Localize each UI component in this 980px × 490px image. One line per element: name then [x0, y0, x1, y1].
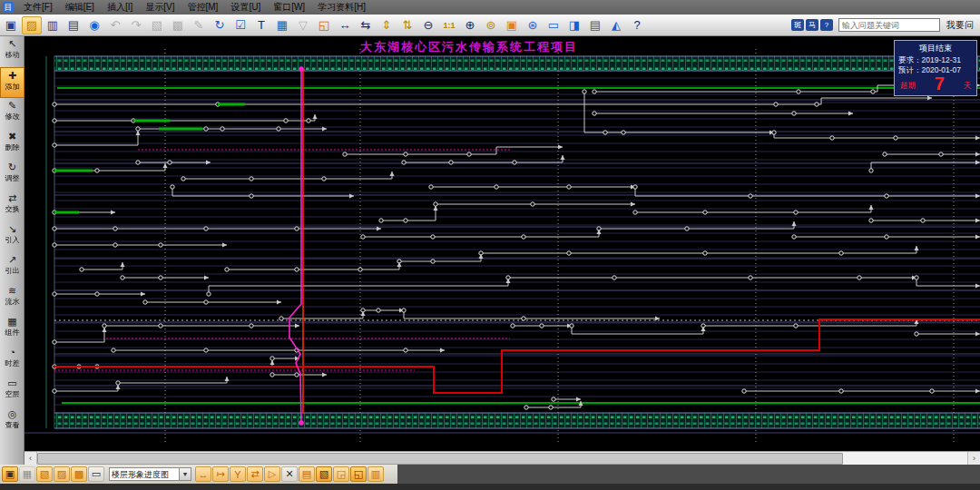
tool-lead-in[interactable]: ↘引入 [0, 221, 24, 252]
paste-icon[interactable]: ▩ [168, 16, 188, 34]
plan-board-icon[interactable]: ▭ [544, 16, 564, 34]
view-selector-dropdown-icon[interactable]: ▼ [180, 467, 191, 481]
network-diagram-canvas[interactable]: 大东湖核心区污水传输系统工程项目 项目结束 要求：2019-12-31 预计：2… [24, 36, 980, 451]
main-toolbar: ▣▨▥▤◉↶↷▧▩✎↻☑T▦▽◱↔⇆⇕⇅⊖1:1⊕⊚▣⊛▭◨▤◭? 斑马? 我要… [0, 15, 980, 36]
tool-lead-out[interactable]: ↗引出 [0, 252, 24, 283]
select-region-icon[interactable]: ▣ [502, 16, 522, 34]
tool-flow[interactable]: ≋流水 [0, 283, 24, 314]
view-selector[interactable]: 楼层形象进度图 ▼ [109, 467, 191, 481]
print-icon[interactable]: ▤ [585, 16, 605, 34]
link-lag-icon[interactable]: ↦ [212, 466, 229, 482]
filter-icon[interactable]: ▽ [293, 16, 313, 34]
tool-inspect[interactable]: ◎查看 [0, 407, 24, 437]
tool-empty-layer[interactable]: ▭空层 [0, 376, 24, 407]
horizontal-scrollbar[interactable]: ‹ › [24, 451, 980, 465]
brand-logo-icon[interactable]: ? [820, 19, 833, 31]
modify-label: 修改 [1, 113, 23, 121]
menu-item-file[interactable]: 文件[F] [17, 0, 59, 15]
zoom-one-to-one-icon[interactable]: 1:1 [439, 16, 459, 34]
menu-item-view[interactable]: 显示[V] [139, 0, 181, 15]
brand-logo-icon[interactable]: 斑 [791, 19, 804, 31]
report-chart-icon[interactable]: ◭ [606, 16, 626, 34]
scrollbar-thumb[interactable] [37, 453, 843, 465]
v-collapse-icon[interactable]: ⇅ [397, 16, 417, 34]
status-bar [0, 484, 980, 490]
tool-adjust[interactable]: ↻调整 [0, 160, 24, 191]
h-expand-icon[interactable]: ↔ [335, 16, 355, 34]
v-expand-icon[interactable]: ⇕ [377, 16, 397, 34]
copy-icon[interactable]: ▧ [147, 16, 167, 34]
print-preview-icon[interactable]: ◨ [564, 16, 584, 34]
monitor-view-icon[interactable]: ▭ [88, 466, 104, 482]
network-view-icon[interactable]: ▨ [54, 466, 70, 482]
tool-palette: ↖移动✚添加✎修改✖删除↻调整⇄交换↘引入↗引出≋流水▦组件◔时差▭空层◎查看 [0, 36, 24, 465]
tool-delete[interactable]: ✖删除 [0, 129, 24, 160]
menu-bar: 目 文件[F]编辑[E]插入[I]显示[V]管控[M]设置[U]窗口[W]学习资… [0, 0, 980, 15]
save-icon[interactable]: ▥ [43, 16, 63, 34]
tool-swap[interactable]: ⇄交换 [0, 191, 24, 221]
menu-item-edit[interactable]: 编辑[E] [59, 0, 101, 15]
hist-chart-icon[interactable]: ◲ [333, 466, 349, 482]
new-file-icon[interactable]: ▣ [1, 16, 21, 34]
image-icon[interactable]: ▦ [272, 16, 292, 34]
ask-button[interactable]: 我要问 [944, 19, 976, 32]
panel-cols-icon[interactable]: ▧ [316, 466, 332, 482]
help-search-area: 斑马? 我要问 [791, 18, 980, 32]
scroll-right-button[interactable]: › [967, 452, 980, 466]
menu-item-window[interactable]: 窗口[W] [267, 0, 311, 15]
lead-in-label: 引入 [1, 236, 23, 244]
text-label-icon[interactable]: T [251, 16, 271, 34]
menu-item-settings[interactable]: 设置[U] [224, 0, 267, 15]
share-split-icon[interactable]: Y [230, 466, 246, 482]
tool-add[interactable]: ✚添加 [0, 67, 24, 98]
view-selector-value[interactable]: 楼层形象进度图 [109, 467, 180, 481]
format-brush-icon[interactable]: ✎ [189, 16, 209, 34]
bar-chart-icon[interactable]: ▥ [368, 466, 384, 482]
flow-icon: ≋ [0, 285, 24, 297]
inspect-label: 查看 [1, 421, 23, 429]
tool-float-time[interactable]: ◔时差 [0, 345, 24, 376]
tool-modify[interactable]: ✎修改 [0, 98, 24, 129]
zoom-out-icon[interactable]: ⊖ [418, 16, 438, 34]
refresh-icon[interactable]: ↻ [210, 16, 230, 34]
tool-component[interactable]: ▦组件 [0, 314, 24, 345]
link-normal-icon[interactable]: ↔ [195, 466, 211, 482]
h-collapse-icon[interactable]: ⇆ [356, 16, 376, 34]
save-view-icon[interactable]: ▣ [2, 466, 18, 482]
undo-icon[interactable]: ↶ [105, 16, 125, 34]
save-all-icon[interactable]: ▤ [64, 16, 83, 34]
task-check-icon[interactable]: ☑ [230, 16, 250, 34]
open-file-icon[interactable]: ▨ [22, 16, 42, 34]
add-label: 添加 [2, 83, 23, 91]
brand-logo-icon[interactable]: 马 [806, 19, 818, 31]
menu-item-control[interactable]: 管控[M] [181, 0, 224, 15]
question-search-input[interactable] [838, 18, 940, 32]
inspect-icon: ◎ [0, 408, 24, 420]
project-finish-infobox: 项目结束 要求：2019-12-31 预计：2020-01-07 超期 7 天 [894, 40, 977, 96]
settings-gear-icon[interactable]: ⊛ [523, 16, 543, 34]
redo-icon[interactable]: ↷ [126, 16, 146, 34]
network-diagram-svg [24, 36, 980, 451]
zoom-in-icon[interactable]: ⊕ [460, 16, 480, 34]
panel-rows-icon[interactable]: ▤ [299, 466, 315, 482]
film-view-icon[interactable]: ▩ [71, 466, 87, 482]
bottom-bar: ▣▦▧▨▩▭ 楼层形象进度图 ▼ ↔↦Y⇄▷✕▤▧◲◱▥ [0, 465, 980, 484]
gantt-view-icon[interactable]: ▧ [36, 466, 53, 482]
zoom-region-icon[interactable]: ⊚ [481, 16, 501, 34]
scroll-left-button[interactable]: ‹ [24, 452, 37, 466]
flow-adjust-icon[interactable]: ⇄ [247, 466, 263, 482]
node-cut-icon[interactable]: ✕ [281, 466, 298, 482]
menu-item-learning[interactable]: 学习资料[H] [311, 0, 372, 15]
help-icon[interactable]: ? [627, 16, 647, 34]
tool-move[interactable]: ↖移动 [0, 36, 24, 67]
table-view-icon[interactable]: ▦ [19, 466, 35, 482]
node-in-icon[interactable]: ▷ [264, 466, 280, 482]
target-icon[interactable]: ◉ [84, 16, 104, 34]
overdue-days-value: 7 [935, 75, 945, 92]
menu-item-insert[interactable]: 插入[I] [101, 0, 139, 15]
stat-chart-icon[interactable]: ◱ [350, 466, 367, 482]
swap-label: 交换 [1, 205, 23, 213]
app-icon[interactable]: 目 [3, 2, 14, 13]
modify-icon: ✎ [0, 100, 24, 112]
group-icon[interactable]: ◱ [314, 16, 334, 34]
